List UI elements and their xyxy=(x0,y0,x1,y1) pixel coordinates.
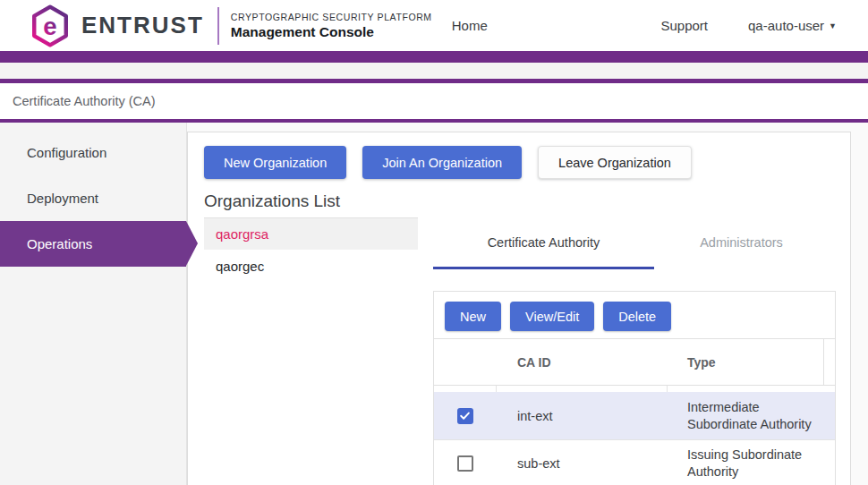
cell-ca-id: int-ext xyxy=(496,409,667,423)
organizations-list: qaorgrsa qaorgec xyxy=(204,217,418,485)
header-divider xyxy=(217,7,219,45)
brand-purple-bar xyxy=(0,51,868,63)
gray-strip xyxy=(0,63,868,79)
brand-wordmark: ENTRUST xyxy=(81,12,204,39)
product-label: Management Console xyxy=(231,24,432,40)
operations-card: New Organization Join An Organization Le… xyxy=(187,132,851,485)
cell-ca-id: sub-ext xyxy=(496,456,667,471)
sidebar-item-configuration[interactable]: Configuration xyxy=(0,130,186,175)
entrust-hexagon-logo: e xyxy=(27,4,73,47)
sidebar-nav: Configuration Deployment Operations xyxy=(0,123,187,485)
header-end-column xyxy=(823,339,835,385)
content-area: New Organization Join An Organization Le… xyxy=(187,123,868,485)
checkbox-checked-icon[interactable] xyxy=(457,408,473,424)
org-list-item-qaorgrsa[interactable]: qaorgrsa xyxy=(204,217,418,250)
caret-down-icon: ▼ xyxy=(829,21,837,30)
sidebar-item-deployment[interactable]: Deployment xyxy=(0,175,186,221)
tab-certificate-authority[interactable]: Certificate Authority xyxy=(433,217,654,269)
checkbox-empty-icon[interactable] xyxy=(457,455,473,472)
svg-text:e: e xyxy=(43,13,56,40)
app-header: e ENTRUST CRYPTOGRAPHIC SECURITY PLATFOR… xyxy=(0,0,868,51)
nav-support-link[interactable]: Support xyxy=(660,18,708,33)
page-title: Certificate Authority (CA) xyxy=(13,94,156,108)
join-organization-button[interactable]: Join An Organization xyxy=(362,146,522,179)
user-menu-dropdown[interactable]: qa-auto-user ▼ xyxy=(748,18,837,33)
ca-table-header: CA ID Type xyxy=(434,338,835,386)
leave-organization-button[interactable]: Leave Organization xyxy=(538,146,692,179)
cell-type: Issuing Subordinate Authority xyxy=(667,447,823,481)
organizations-columns: qaorgrsa qaorgec Certificate Authority A… xyxy=(204,217,836,485)
page-title-bar: Certificate Authority (CA) xyxy=(0,83,868,119)
nav-home-link[interactable]: Home xyxy=(452,18,488,33)
detail-tabs: Certificate Authority Administrators xyxy=(433,217,836,269)
new-organization-button[interactable]: New Organization xyxy=(204,146,346,179)
organization-detail: Certificate Authority Administrators New… xyxy=(433,217,836,485)
cell-type: Intermediate Subordinate Authority xyxy=(667,399,823,433)
table-row[interactable]: int-ext Intermediate Subordinate Authori… xyxy=(434,392,835,439)
org-list-item-qaorgec[interactable]: qaorgec xyxy=(204,250,418,282)
header-type: Type xyxy=(667,355,823,370)
main-layout: Configuration Deployment Operations New … xyxy=(0,123,868,485)
platform-title-block: CRYPTOGRAPHIC SECURITY PLATFORM Manageme… xyxy=(231,12,432,40)
organization-toolbar: New Organization Join An Organization Le… xyxy=(204,146,836,179)
ca-view-edit-button[interactable]: View/Edit xyxy=(510,302,594,331)
user-menu-label: qa-auto-user xyxy=(748,18,824,33)
ca-table-panel: New View/Edit Delete CA ID Type xyxy=(433,291,836,485)
ca-new-button[interactable]: New xyxy=(445,302,501,331)
tab-administrators[interactable]: Administrators xyxy=(654,217,829,269)
table-gap-strip xyxy=(434,386,835,392)
sidebar-item-operations[interactable]: Operations xyxy=(0,221,186,267)
platform-label: CRYPTOGRAPHIC SECURITY PLATFORM xyxy=(231,12,432,22)
organizations-list-heading: Organizations List xyxy=(204,191,836,211)
header-ca-id: CA ID xyxy=(496,355,667,370)
table-row[interactable]: sub-ext Issuing Subordinate Authority xyxy=(434,439,835,485)
ca-table-toolbar: New View/Edit Delete xyxy=(434,292,835,338)
ca-delete-button[interactable]: Delete xyxy=(603,302,671,331)
